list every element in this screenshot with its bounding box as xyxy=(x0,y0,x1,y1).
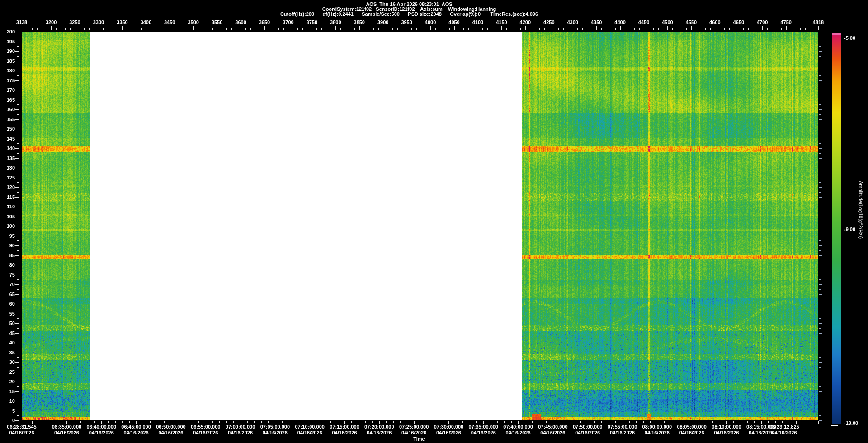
top-axis-label: 3600 xyxy=(235,19,246,25)
date-axis-label: 04/16/2026 xyxy=(367,430,392,435)
freq-axis-label: 45 xyxy=(0,330,15,336)
top-axis-label: 4600 xyxy=(709,19,720,25)
top-axis-label: 3550 xyxy=(212,19,222,25)
freq-axis-label: 5 xyxy=(0,408,15,414)
time-axis-label: 07:45:00.000 xyxy=(538,424,567,429)
freq-axis-label: 100 xyxy=(0,223,15,229)
freq-axis-label: 170 xyxy=(0,87,15,93)
time-axis-label: 07:50:00.000 xyxy=(573,424,602,429)
freq-axis-label: 175 xyxy=(0,78,15,83)
freq-axis-label: 75 xyxy=(0,272,15,278)
freq-axis-label: 65 xyxy=(0,292,15,297)
time-axis-label: 08:05:00.000 xyxy=(677,424,706,429)
top-axis-label: 3350 xyxy=(117,19,127,25)
top-axis-label: 4550 xyxy=(686,19,697,25)
top-axis-label: 3650 xyxy=(259,19,270,25)
time-axis-label: 07:55:00.000 xyxy=(608,424,637,429)
freq-axis-label: 150 xyxy=(0,126,15,132)
top-axis-label: 4000 xyxy=(425,19,436,25)
top-axis-label: 3750 xyxy=(307,19,317,25)
freq-axis-label: 15 xyxy=(0,389,15,394)
top-axis-label: 3500 xyxy=(188,19,198,25)
time-axis-label: 08:10:00.000 xyxy=(712,424,741,429)
top-axis-label: 4350 xyxy=(591,19,602,25)
freq-axis-label: 195 xyxy=(0,39,15,44)
top-axis-label: 3850 xyxy=(354,19,365,25)
top-axis-label: 4400 xyxy=(614,19,625,25)
colorbar-axis-label: Amplitude(Log10(g^2/Hz)) xyxy=(858,181,863,239)
colorbar-tick-label: -9.00 xyxy=(844,226,855,232)
time-axis-title: Time xyxy=(396,436,442,442)
freq-axis-label: 145 xyxy=(0,136,15,141)
top-axis-label: 4300 xyxy=(567,19,578,25)
date-axis-label: 04/16/2026 xyxy=(89,430,114,435)
time-axis-label: 06:35:00.000 xyxy=(52,424,81,429)
freq-axis-label: 85 xyxy=(0,253,15,258)
date-axis-label: 04/16/2026 xyxy=(401,430,426,435)
time-axis-label: 07:15:00.000 xyxy=(330,424,359,429)
freq-axis-label: 165 xyxy=(0,97,15,103)
freq-axis-label: 20 xyxy=(0,379,15,384)
top-axis-label: 4050 xyxy=(448,19,459,25)
freq-axis-label: 140 xyxy=(0,146,15,151)
date-axis-label: 04/16/2026 xyxy=(124,430,149,435)
date-axis-label: 04/16/2026 xyxy=(679,430,704,435)
freq-axis-label: 35 xyxy=(0,350,15,355)
time-axis-label: 07:10:00.000 xyxy=(295,424,324,429)
top-axis-label: 4200 xyxy=(520,19,531,25)
time-axis-label: 08:00:00.000 xyxy=(642,424,672,429)
date-axis-label: 04/16/2026 xyxy=(714,430,739,435)
freq-axis-label: 55 xyxy=(0,311,15,316)
time-axis-label: 06:28:31.545 xyxy=(7,424,36,429)
time-axis-label: 07:30:00.000 xyxy=(434,424,463,429)
top-axis-label: 4750 xyxy=(780,19,791,25)
freq-axis-label: 160 xyxy=(0,107,15,112)
time-axis-label: 07:25:00.000 xyxy=(399,424,429,429)
top-axis-label: 3800 xyxy=(330,19,341,25)
freq-axis-label: 40 xyxy=(0,340,15,345)
freq-axis-label: 115 xyxy=(0,194,15,200)
top-axis-label: 4150 xyxy=(496,19,507,25)
date-axis-label: 04/16/2026 xyxy=(54,430,79,435)
time-axis-label: 07:40:00.000 xyxy=(503,424,533,429)
freq-axis-label: 90 xyxy=(0,243,15,248)
freq-axis-label: 190 xyxy=(0,48,15,54)
colorbar-tick-label: -5.00 xyxy=(844,35,855,41)
date-axis-label: 04/16/2026 xyxy=(749,430,774,435)
top-axis-label: 3300 xyxy=(93,19,104,25)
top-axis-label: 4500 xyxy=(662,19,673,25)
time-axis-label: 07:00:00.000 xyxy=(226,424,255,429)
date-axis-label: 04/16/2026 xyxy=(772,430,797,435)
freq-axis-label: 50 xyxy=(0,320,15,326)
date-axis-label: 04/16/2026 xyxy=(193,430,218,435)
freq-axis-label: 130 xyxy=(0,165,15,170)
time-axis-label: 06:50:00.000 xyxy=(156,424,185,429)
freq-axis-label: 135 xyxy=(0,156,15,161)
freq-axis-label: 70 xyxy=(0,282,15,287)
date-axis-label: 04/16/2026 xyxy=(471,430,496,435)
date-axis-label: 04/16/2026 xyxy=(610,430,635,435)
freq-axis-label: 105 xyxy=(0,214,15,219)
top-axis-label: 4100 xyxy=(472,19,483,25)
date-axis-label: 04/16/2026 xyxy=(297,430,322,435)
date-axis-label: 04/16/2026 xyxy=(436,430,461,435)
time-axis-label: 07:05:00.000 xyxy=(260,424,290,429)
freq-axis-label: 125 xyxy=(0,175,15,180)
top-axis-label: 3138 xyxy=(16,19,27,25)
time-axis-label: 06:40:00.000 xyxy=(87,424,116,429)
time-axis-label: 06:55:00.000 xyxy=(191,424,220,429)
top-axis-label: 3900 xyxy=(377,19,388,25)
colorbar-tick-label: -13.00 xyxy=(844,420,858,426)
freq-axis-label: 200 xyxy=(0,29,15,34)
top-axis-label: 3250 xyxy=(69,19,80,25)
freq-axis-label: 0 xyxy=(0,418,15,423)
date-axis-label: 04/16/2026 xyxy=(9,430,34,435)
date-axis-label: 04/16/2026 xyxy=(228,430,253,435)
date-axis-label: 04/16/2026 xyxy=(332,430,357,435)
time-axis-label: 06:45:00.000 xyxy=(121,424,151,429)
top-axis-label: 4818 xyxy=(813,19,824,25)
date-axis-label: 04/16/2026 xyxy=(645,430,670,435)
freq-axis-label: 10 xyxy=(0,398,15,404)
freq-axis-label: 180 xyxy=(0,68,15,73)
freq-axis-label: 95 xyxy=(0,233,15,239)
